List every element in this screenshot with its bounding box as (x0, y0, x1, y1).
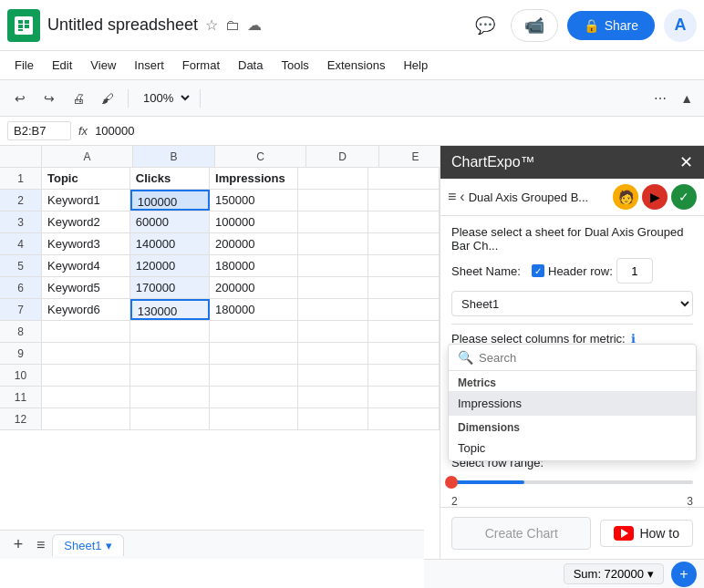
meet-button[interactable]: 📹 (511, 9, 558, 42)
col-header-b[interactable]: B (133, 146, 215, 167)
dropdown-item-topic[interactable]: Topic (449, 436, 696, 460)
cell-a4[interactable]: Keyword3 (42, 233, 130, 254)
cell-c5[interactable]: 180000 (210, 255, 298, 276)
cell-c8[interactable] (210, 321, 298, 342)
panel-back-icon[interactable]: ‹ (460, 189, 464, 205)
cell-d6[interactable] (298, 277, 369, 298)
cell-c6[interactable]: 200000 (210, 277, 298, 298)
sheets-list-button[interactable]: ≡ (36, 537, 45, 553)
menu-file[interactable]: File (7, 55, 41, 76)
avatar-green[interactable]: ✓ (671, 184, 697, 210)
table-row: 1 Topic Clicks Impressions (0, 168, 440, 190)
slider-thumb-left[interactable] (445, 476, 458, 489)
cell-e2[interactable] (368, 190, 440, 211)
cell-d3[interactable] (298, 211, 369, 232)
cell-d8[interactable] (298, 321, 369, 342)
share-button[interactable]: 🔒 Share (567, 11, 655, 40)
more-button[interactable]: ⋯ (647, 86, 673, 111)
cell-c7[interactable]: 180000 (210, 299, 298, 320)
redo-button[interactable]: ↪ (36, 86, 62, 111)
cell-a3[interactable]: Keyword2 (42, 211, 130, 232)
cell-reference[interactable] (7, 121, 71, 140)
menu-help[interactable]: Help (396, 55, 435, 76)
panel-list-icon[interactable]: ≡ (448, 189, 456, 205)
sheets-explore-button[interactable]: + (671, 562, 697, 587)
cell-d5[interactable] (298, 255, 369, 276)
cell-a5[interactable]: Keyword4 (42, 255, 130, 276)
cell-d2[interactable] (298, 190, 369, 211)
column-headers: A B C D E (0, 146, 440, 168)
cell-b4[interactable]: 140000 (130, 233, 210, 254)
cell-d7[interactable] (298, 299, 369, 320)
cell-b7[interactable]: 130000 (130, 299, 210, 320)
cell-b8[interactable] (130, 321, 210, 342)
doc-title[interactable]: Untitled spreadsheet (47, 15, 198, 35)
chat-icon[interactable]: 💬 (469, 9, 502, 42)
row-num-header (0, 146, 42, 167)
cell-b6[interactable]: 170000 (130, 277, 210, 298)
cell-c1[interactable]: Impressions (210, 168, 298, 189)
cell-b2[interactable]: 100000 (130, 190, 210, 211)
col-header-d[interactable]: D (306, 146, 379, 167)
divider (451, 324, 693, 325)
svg-rect-2 (18, 25, 23, 28)
cell-e4[interactable] (368, 233, 440, 254)
row-num-7: 7 (0, 299, 42, 320)
undo-button[interactable]: ↩ (7, 86, 33, 111)
star-icon[interactable]: ☆ (205, 16, 218, 34)
cell-d1[interactable] (298, 168, 369, 189)
cell-b1[interactable]: Clicks (130, 168, 210, 189)
cell-a6[interactable]: Keyword5 (42, 277, 130, 298)
cell-e5[interactable] (368, 255, 440, 276)
menu-tools[interactable]: Tools (274, 55, 316, 76)
cell-c4[interactable]: 200000 (210, 233, 298, 254)
how-to-button[interactable]: How to (600, 520, 693, 547)
menu-extensions[interactable]: Extensions (320, 55, 393, 76)
add-sheet-button[interactable]: + (7, 534, 29, 556)
sheet-tab[interactable]: Sheet1 ▾ (52, 534, 123, 556)
avatar-yellow[interactable]: 🧑 (613, 184, 638, 210)
cell-e1[interactable] (368, 168, 440, 189)
checkbox-icon[interactable]: ✓ (532, 264, 544, 277)
menu-view[interactable]: View (83, 55, 123, 76)
cell-e7[interactable] (368, 299, 440, 320)
cell-a8[interactable] (42, 321, 130, 342)
cell-d4[interactable] (298, 233, 369, 254)
sheet-select[interactable]: Sheet1 (451, 291, 693, 316)
panel-close-button[interactable]: ✕ (679, 152, 693, 172)
cell-a7[interactable]: Keyword6 (42, 299, 130, 320)
col-header-a[interactable]: A (42, 146, 133, 167)
col-header-e[interactable]: E (379, 146, 440, 167)
menu-insert[interactable]: Insert (127, 55, 171, 76)
cell-e6[interactable] (368, 277, 440, 298)
cell-c3[interactable]: 100000 (210, 211, 298, 232)
cell-b3[interactable]: 60000 (130, 211, 210, 232)
sum-button[interactable]: Sum: 720000 ▾ (564, 563, 664, 584)
formula-input[interactable]: 100000 (95, 124, 697, 138)
svg-rect-1 (25, 20, 29, 24)
table-row: 3 Keyword2 60000 100000 (0, 211, 440, 233)
cell-e8[interactable] (368, 321, 440, 342)
cell-c2[interactable]: 150000 (210, 190, 298, 211)
sheet-select-row: Sheet1 (451, 291, 693, 316)
collapse-button[interactable]: ▲ (677, 88, 697, 109)
menu-format[interactable]: Format (175, 55, 227, 76)
header-row-input[interactable] (616, 258, 653, 284)
cell-a1[interactable]: Topic (42, 168, 130, 189)
folder-icon[interactable]: 🗀 (225, 17, 240, 34)
print-button[interactable]: 🖨 (66, 86, 91, 111)
cell-b5[interactable]: 120000 (130, 255, 210, 276)
dropdown-search-input[interactable] (479, 351, 687, 365)
dropdown-item-impressions[interactable]: Impressions (449, 391, 696, 416)
cell-e3[interactable] (368, 211, 440, 232)
cell-a2[interactable]: Keyword1 (42, 190, 130, 211)
user-avatar[interactable]: A (664, 9, 697, 42)
zoom-select[interactable]: 100% (136, 88, 192, 108)
menu-data[interactable]: Data (231, 55, 270, 76)
menu-edit[interactable]: Edit (45, 55, 79, 76)
col-header-c[interactable]: C (215, 146, 306, 167)
create-chart-button[interactable]: Create Chart (451, 517, 591, 550)
paint-format-button[interactable]: 🖌 (95, 86, 120, 111)
share-label: Share (605, 18, 638, 33)
avatar-red[interactable]: ▶ (642, 184, 668, 210)
